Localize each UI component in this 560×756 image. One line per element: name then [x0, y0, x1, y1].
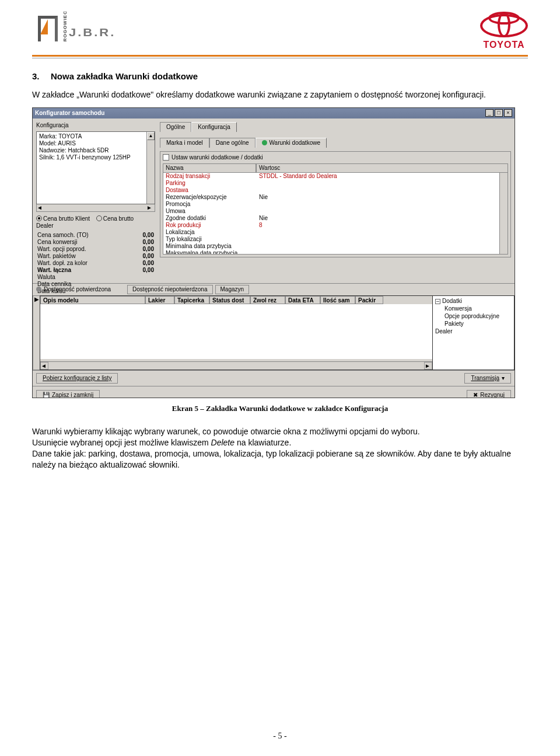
transmission-button[interactable]: Transmisja ▾ — [464, 373, 511, 384]
condition-row[interactable]: Rok produkcji8 — [163, 222, 508, 229]
left-panel-label: Konfiguracja — [36, 122, 155, 129]
config-line: Marka: TOYOTA — [39, 133, 152, 140]
config-listbox[interactable]: Marka: TOYOTA Model: AURIS Nadwozie: Hat… — [36, 131, 155, 204]
config-line: Silnik: 1,6 VVT-i benzynowy 125HP — [39, 154, 152, 161]
conditions-grid-header: Nazwa Wartosc — [163, 163, 508, 173]
jbr-logo-text: J.B.R. — [69, 26, 116, 39]
body-para-3: Dane takie jak: parking, dostawa, promoc… — [32, 448, 528, 471]
checkbox-icon[interactable] — [163, 154, 169, 161]
scroll-up-icon[interactable]: ▲ — [147, 132, 155, 140]
body-para-1: Warunki wybieramy klikając wybrany warun… — [32, 426, 528, 437]
condition-row[interactable]: Lokalizacja — [163, 229, 508, 236]
tab-ogolne[interactable]: Ogólne — [160, 122, 191, 132]
page-header: ROGOWIEC J.B.R. TOYOTA — [32, 11, 528, 53]
cancel-icon: ✖ — [473, 392, 478, 398]
app-window: Konfigurator samochodu _ □ × Konfiguracj… — [32, 107, 515, 398]
save-close-button[interactable]: 💾Zapisz i zamknij — [36, 390, 100, 398]
tree-item[interactable]: Konwersja — [444, 305, 512, 312]
grid-vscroll[interactable] — [499, 173, 508, 254]
status-tab-niepotwierdzona[interactable]: Dostępność niepotwierdzona — [127, 285, 212, 294]
condition-row[interactable]: Promocja — [163, 201, 508, 208]
intro-paragraph: W zakładce „Warunki dodatkowe" określamy… — [32, 89, 528, 100]
condition-row[interactable]: Dostawa — [163, 187, 508, 194]
figure-caption: Ekran 5 – Zakładka Warunki dodatkowe w z… — [32, 404, 528, 413]
condition-row[interactable]: Typ lokalizacji — [163, 236, 508, 243]
scroll-right-icon[interactable]: ► — [146, 204, 155, 211]
result-col-header[interactable]: Ilość sam — [320, 296, 355, 304]
jbr-logo: ROGOWIEC J.B.R. — [32, 11, 116, 41]
section-number: 3. — [32, 71, 51, 81]
prop-label: Cena samoch. (TO) — [36, 232, 131, 239]
window-titlebar: Konfigurator samochodu _ □ × — [33, 108, 514, 119]
tree-collapse-icon[interactable]: – — [435, 299, 440, 304]
tree-item[interactable]: Dealer — [435, 328, 512, 335]
listbox-vscroll[interactable]: ▲ — [146, 132, 155, 204]
condition-row[interactable]: Rodzaj transakcjiSTDDL - Standard do Dea… — [163, 173, 508, 180]
scroll-right-icon[interactable]: ► — [424, 362, 432, 370]
conditions-frame: Ustaw warunki dodatkowe / dodatki Nazwa … — [160, 151, 511, 257]
price-radio-group: Cena brutto Klient Cena brutto Dealer — [36, 215, 155, 229]
results-hscroll[interactable]: ◄ ► — [40, 361, 432, 370]
window-title: Konfigurator samochodu — [35, 110, 104, 117]
config-line: Model: AURIS — [39, 140, 152, 147]
scroll-left-icon[interactable]: ◄ — [40, 362, 48, 370]
status-led-label: Dostępność potwierdzona — [44, 286, 111, 293]
listbox-hscroll[interactable]: ◄ ► — [36, 204, 155, 212]
result-col-header[interactable]: Data ETA — [285, 296, 320, 304]
tab-konfiguracja[interactable]: Konfiguracja — [191, 122, 237, 132]
tree-item[interactable]: Pakiety — [444, 320, 512, 328]
condition-row[interactable]: Minimalna data przybycia — [163, 243, 508, 250]
header-rule-orange — [32, 55, 528, 57]
tab-marka-model[interactable]: Marka i model — [160, 138, 209, 148]
tab-dane-ogolne[interactable]: Dane ogólne — [209, 138, 256, 148]
window-close-button[interactable]: × — [504, 109, 512, 117]
condition-row[interactable]: Zgodne dodatkiNie — [163, 215, 508, 222]
result-col-header[interactable]: Opis modelu — [40, 296, 145, 304]
scroll-left-icon[interactable]: ◄ — [37, 204, 45, 211]
prop-value: 0,00 — [131, 232, 155, 239]
results-area: ▶ Opis modeluLakierTapicerkaStatus dostZ… — [33, 295, 514, 370]
result-col-header[interactable]: Zwol rez — [250, 296, 285, 304]
header-rule-grey — [32, 58, 528, 58]
result-col-header[interactable]: Lakier — [145, 296, 174, 304]
chevron-down-icon: ▾ — [502, 375, 505, 382]
window-minimize-button[interactable]: _ — [485, 109, 494, 117]
fetch-config-button[interactable]: Pobierz konfigurację z listy — [36, 373, 118, 384]
toyota-logo: TOYOTA — [480, 11, 528, 50]
radio-cena-klient[interactable]: Cena brutto Klient — [36, 215, 90, 222]
section-title: Nowa zakładka Warunki dodatkowe — [51, 71, 198, 81]
grid-row-selector[interactable]: ▶ — [33, 295, 40, 370]
status-tab-magazyn[interactable]: Magazyn — [215, 285, 250, 294]
save-icon: 💾 — [43, 392, 50, 398]
config-line: Nadwozie: Hatchback 5DR — [39, 147, 152, 154]
addons-tree[interactable]: –Dodatki Konwersja Opcje poprodukcyjne P… — [433, 295, 514, 370]
top-tabs: Ogólne Konfiguracja — [160, 122, 511, 132]
result-col-header[interactable]: Packir — [355, 296, 383, 304]
condition-row[interactable]: Rezerwacje/ekspozycjeNie — [163, 194, 508, 201]
jbr-logo-side-text: ROGOWIEC — [62, 11, 68, 41]
results-grid[interactable]: Opis modeluLakierTapicerkaStatus dostZwo… — [40, 295, 433, 370]
cancel-button[interactable]: ✖Rezygnuj — [467, 390, 511, 398]
toyota-logo-text: TOYOTA — [480, 40, 528, 50]
sub-tabs: Marka i model Dane ogólne Warunki dodatk… — [160, 138, 511, 148]
conditions-grid[interactable]: Rodzaj transakcjiSTDDL - Standard do Dea… — [163, 173, 508, 255]
frame-checkbox-row[interactable]: Ustaw warunki dodatkowe / dodatki — [163, 154, 508, 161]
result-col-header[interactable]: Status dost — [209, 296, 250, 304]
tab-warunki-dodatkowe[interactable]: Warunki dodatkowe — [256, 138, 327, 148]
condition-row[interactable]: Maksymalna data przybycia — [163, 250, 508, 255]
body-para-2: Usunięcie wybranej opcji jest możliwe kl… — [32, 437, 528, 448]
section-heading: 3.Nowa zakładka Warunki dodatkowe — [32, 71, 528, 81]
window-maximize-button[interactable]: □ — [495, 109, 503, 117]
green-dot-icon — [262, 140, 267, 145]
result-col-header[interactable]: Tapicerka — [174, 296, 209, 304]
toyota-logo-icon — [480, 11, 528, 39]
jbr-logo-mark — [32, 13, 60, 41]
page-number: - 5 - — [0, 731, 560, 741]
condition-row[interactable]: Umowa — [163, 208, 508, 215]
condition-row[interactable]: Parking — [163, 180, 508, 187]
tree-item[interactable]: Opcje poprodukcyjne — [444, 312, 512, 320]
